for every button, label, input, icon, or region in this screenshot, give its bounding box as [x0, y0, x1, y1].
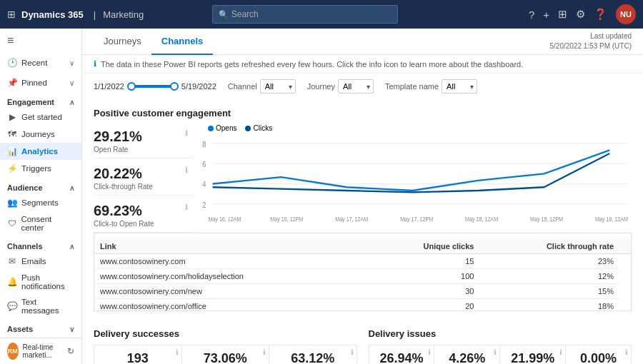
- channels-chevron: ∧: [69, 243, 74, 251]
- soft-bounced-info[interactable]: ℹ: [494, 348, 497, 356]
- single-bounced-info[interactable]: ℹ: [625, 348, 628, 356]
- sidebar-item-get-started[interactable]: ▶ Get started: [0, 108, 81, 126]
- table-row: www.contosowinery.com/holidayselection 1…: [94, 269, 631, 284]
- svg-text:May 18, 12PM: May 18, 12PM: [530, 216, 563, 223]
- help-icon[interactable]: ❓: [594, 8, 607, 21]
- rate-cell: 23%: [479, 254, 619, 269]
- open-rate-label: Open Rate: [94, 146, 194, 153]
- sidebar-section-recent: 🕐 Recent ∨: [0, 53, 81, 73]
- sidebar-item-consent-center[interactable]: 🛡 Consent center: [0, 211, 81, 236]
- segments-icon: 👥: [7, 198, 17, 208]
- tab-channels[interactable]: Channels: [151, 29, 214, 55]
- sidebar-item-emails[interactable]: ✉ Emails: [0, 253, 81, 270]
- search-icon: 🔍: [219, 10, 229, 19]
- filter-template: Template name All: [385, 79, 477, 93]
- question-icon[interactable]: ?: [529, 9, 534, 21]
- metric-open-info[interactable]: ℹ: [185, 128, 188, 138]
- template-select-wrapper[interactable]: All: [442, 79, 477, 93]
- svg-text:2: 2: [202, 201, 206, 209]
- settings-icon[interactable]: ⚙: [576, 8, 585, 21]
- table-row: www.contosowinery.com/new 30 15%: [94, 284, 631, 299]
- sidebar-item-recent-label: Recent: [21, 59, 47, 67]
- blocked-info[interactable]: ℹ: [428, 348, 431, 356]
- pinned-chevron: ∨: [69, 79, 74, 87]
- tab-journeys[interactable]: Journeys: [94, 29, 151, 55]
- send-rate-value: 73.06%: [189, 351, 262, 364]
- engagement-label: Engagement: [7, 98, 54, 106]
- audience-section-header[interactable]: Audience ∧: [0, 180, 81, 194]
- svg-text:May 17, 12AM: May 17, 12AM: [335, 216, 368, 223]
- hard-bounced-info[interactable]: ℹ: [559, 348, 562, 356]
- clicks-cell: 30: [369, 284, 479, 299]
- delivery-issues-title: Delivery issues: [369, 328, 632, 339]
- col-unique-clicks: Unique clicks: [369, 239, 479, 254]
- col-ctr: Click through rate: [479, 239, 619, 254]
- pin-icon: 📌: [7, 78, 17, 88]
- inflow-info[interactable]: ℹ: [176, 348, 179, 356]
- svg-text:May 18, 12AM: May 18, 12AM: [465, 216, 498, 223]
- email-icon: ✉: [7, 256, 17, 266]
- metric-inflow: ℹ 193 Inflow: [94, 345, 182, 364]
- sidebar-item-segments[interactable]: 👥 Segments: [0, 194, 81, 211]
- top-nav-icons: ? + ⊞ ⚙ ❓ NU: [529, 4, 636, 24]
- blocked-value: 26.94%: [377, 351, 427, 364]
- search-input[interactable]: [231, 9, 392, 19]
- info-icon[interactable]: ℹ: [94, 59, 96, 69]
- sidebar-item-text-messages[interactable]: 💬 Text messages: [0, 294, 81, 318]
- metric-ctr-info[interactable]: ℹ: [185, 166, 188, 175]
- clicks-cell: 15: [369, 254, 479, 269]
- single-bounced-value: 0.00%: [573, 351, 624, 364]
- date-from: 1/1/2022: [94, 82, 124, 91]
- metric-open-rate: ℹ 29.21% Open Rate: [94, 124, 194, 158]
- filter-icon[interactable]: ⊞: [558, 8, 567, 21]
- add-icon[interactable]: +: [543, 9, 549, 21]
- sidebar-bottom[interactable]: RM Real-time marketi... ↻: [0, 338, 81, 364]
- chart-area: Opens Clicks 8 6 4 2: [194, 124, 632, 217]
- assets-chevron: ∨: [69, 325, 74, 333]
- journey-select[interactable]: All: [338, 79, 374, 93]
- send-rate-info[interactable]: ℹ: [263, 348, 266, 356]
- col-link: Link: [94, 239, 369, 254]
- last-updated: Last updated 5/20/2022 1:53 PM (UTC): [550, 31, 632, 51]
- link-cell: www.contosowinery.com/holidayselection: [94, 269, 369, 284]
- table-row: www.contosowinery.com/office 20 18%: [94, 299, 631, 312]
- table-row: www.contosowinery.com 15 23%: [94, 254, 631, 269]
- engagement-section-header[interactable]: Engagement ∧: [0, 94, 81, 108]
- grid-icon[interactable]: ⊞: [7, 9, 16, 20]
- sidebar-item-journeys[interactable]: 🗺 Journeys: [0, 126, 81, 143]
- sidebar: ≡ 🕐 Recent ∨ 📌 Pinned ∨ Engagement ∧: [0, 29, 82, 364]
- engagement-chart: 8 6 4 2 May 16, 12AM: [194, 135, 632, 228]
- channel-select[interactable]: All: [260, 79, 296, 93]
- module-name: Marketing: [103, 9, 144, 20]
- hamburger-menu[interactable]: ≡: [0, 29, 81, 53]
- sidebar-item-pinned[interactable]: 📌 Pinned ∨: [0, 74, 81, 91]
- svg-text:May 16, 12AM: May 16, 12AM: [208, 216, 241, 223]
- text-icon: 💬: [7, 301, 17, 311]
- ctr-value: 20.22%: [94, 166, 194, 182]
- sidebar-item-recent[interactable]: 🕐 Recent ∨: [0, 54, 81, 71]
- refresh-icon[interactable]: ↻: [67, 346, 74, 356]
- avatar[interactable]: NU: [616, 4, 636, 24]
- channels-section-header[interactable]: Channels ∧: [0, 238, 81, 253]
- sidebar-section-channels: Channels ∧ ✉ Emails 🔔 Push notifications…: [0, 237, 81, 320]
- delivery-successes: Delivery successes ℹ 193 Inflow ℹ 73.06%…: [94, 320, 357, 364]
- link-table-wrapper[interactable]: Link Unique clicks Click through rate ww…: [94, 233, 632, 311]
- template-label: Template name: [385, 82, 439, 91]
- link-cell: www.contosowinery.com/new: [94, 284, 369, 299]
- svg-text:May 17, 12PM: May 17, 12PM: [400, 216, 433, 223]
- metric-ctor-info[interactable]: ℹ: [185, 203, 188, 212]
- journey-select-wrapper[interactable]: All: [338, 79, 374, 93]
- assets-section-header[interactable]: Assets ∨: [0, 321, 81, 335]
- scrollable-content: Positive customer engagement ℹ 29.21% Op…: [82, 99, 643, 364]
- sidebar-item-pinned-label: Pinned: [21, 79, 47, 87]
- sidebar-item-triggers[interactable]: ⚡ Triggers: [0, 160, 81, 177]
- date-slider[interactable]: [129, 85, 177, 88]
- top-nav: ⊞ Dynamics 365 | Marketing 🔍 ? + ⊞ ⚙ ❓ N…: [0, 0, 643, 29]
- sidebar-item-push-notifications[interactable]: 🔔 Push notifications: [0, 270, 81, 294]
- delivery-rate-info[interactable]: ℹ: [351, 348, 354, 356]
- channel-label: Channel: [228, 82, 257, 91]
- metric-send-rate: ℹ 73.06% Send Rate: [182, 345, 270, 364]
- template-select[interactable]: All: [442, 79, 477, 93]
- sidebar-item-analytics[interactable]: 📊 Analytics: [0, 143, 81, 160]
- channel-select-wrapper[interactable]: All: [260, 79, 296, 93]
